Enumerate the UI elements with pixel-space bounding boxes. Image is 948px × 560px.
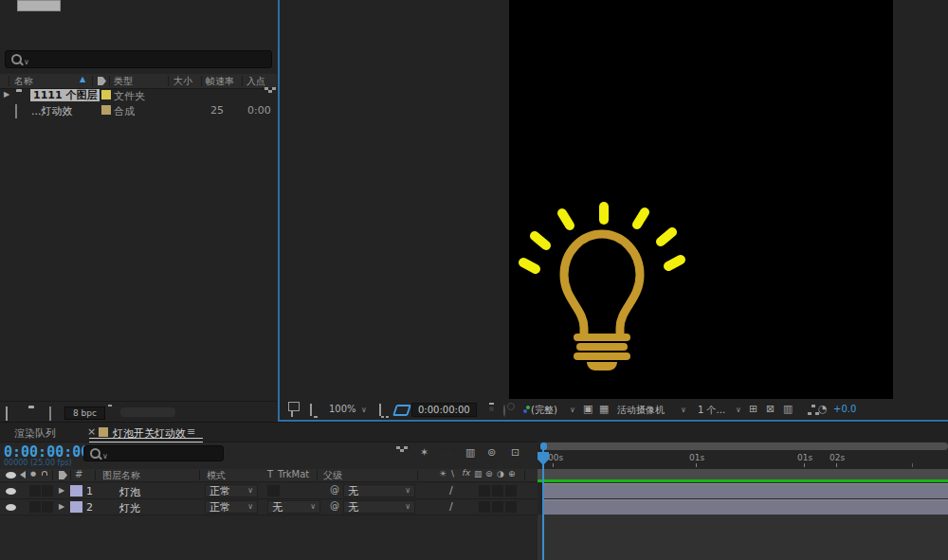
audio-column-icon	[20, 471, 26, 479]
collapse-switch-icon: ☀	[439, 470, 447, 479]
parent-dropdown[interactable]: 无 ∨	[343, 484, 415, 497]
region-of-interest-icon[interactable]	[379, 404, 381, 416]
always-preview-icon[interactable]	[291, 405, 293, 417]
column-parent[interactable]: 父级	[323, 469, 342, 482]
magnification-chevron-icon[interactable]: ∨	[361, 406, 367, 414]
viewer-timecode[interactable]: 0:00:00:00	[411, 403, 477, 417]
project-search-input[interactable]: ∨	[5, 50, 272, 68]
quality-toggle-icon[interactable]: /	[449, 485, 453, 496]
motion-blur-icon[interactable]: ⊚	[487, 447, 496, 458]
interpret-footage-icon[interactable]	[6, 406, 8, 421]
camera-select[interactable]: 活动摄像机	[617, 404, 665, 417]
timeline-search-input[interactable]: ∨	[83, 445, 224, 461]
label-column-icon[interactable]	[98, 77, 106, 85]
column-size[interactable]: 大小	[173, 75, 192, 88]
pickwhip-icon[interactable]: @	[330, 485, 339, 495]
layer-name[interactable]: 灯泡	[119, 485, 140, 499]
expand-arrow-icon[interactable]: ▶	[59, 487, 64, 495]
tab-render-queue[interactable]: 渲染队列	[14, 426, 56, 441]
switch-cell[interactable]	[492, 485, 503, 497]
expand-arrow-icon[interactable]: ▶	[59, 503, 64, 511]
layer-label-color[interactable]	[70, 501, 82, 513]
views-select[interactable]: 1 个...	[698, 404, 725, 417]
column-t[interactable]: T	[267, 469, 273, 479]
label-color-yellow[interactable]	[101, 90, 111, 99]
time-ruler[interactable]: :00s 01s 01s 02s	[538, 451, 948, 470]
eye-icon[interactable]	[6, 504, 16, 511]
mode-value: 正常	[210, 500, 230, 515]
mode-dropdown[interactable]: 正常 ∨	[205, 484, 258, 497]
layer-bar-1[interactable]	[543, 483, 948, 498]
layer-label-color[interactable]	[70, 485, 82, 497]
new-composition-icon[interactable]	[49, 406, 51, 421]
ruler-tick	[912, 463, 913, 467]
column-layer-name[interactable]: 图层名称	[102, 469, 140, 482]
pickwhip-icon[interactable]: @	[330, 501, 339, 511]
t-cell[interactable]	[267, 485, 280, 497]
folder-name[interactable]: 1111 个图层	[30, 89, 100, 101]
camera-chevron-icon[interactable]: ∨	[681, 406, 686, 414]
draft-3d-icon[interactable]: ✶	[420, 447, 428, 458]
close-icon[interactable]: ×	[87, 426, 96, 437]
graph-editor-icon[interactable]: ⊡	[511, 447, 520, 458]
motion-blur-switch-icon: ⊚	[485, 470, 493, 479]
exposure-value[interactable]: +0.0	[833, 404, 856, 414]
mask-visibility-icon[interactable]	[392, 405, 411, 416]
timeline-navigator[interactable]	[540, 443, 948, 450]
switch-cell[interactable]	[42, 501, 53, 513]
switch-cell[interactable]	[479, 485, 490, 497]
chevron-down-icon: ∨	[247, 487, 253, 495]
switch-cell[interactable]	[42, 485, 53, 497]
view-layout-icon[interactable]: ⊞	[749, 404, 757, 414]
expand-arrow-icon[interactable]: ▶	[4, 91, 9, 99]
reset-exposure-icon[interactable]: ◔	[818, 404, 828, 414]
switch-cell[interactable]	[505, 485, 517, 497]
switch-cell[interactable]	[479, 501, 490, 513]
column-fps[interactable]: 帧速率	[206, 75, 234, 88]
frame-blend-icon[interactable]: ▥	[465, 447, 475, 458]
pixel-aspect-icon[interactable]: ⊠	[766, 404, 775, 414]
magnification-value[interactable]: 100%	[329, 404, 356, 414]
bpc-button[interactable]: 8 bpc	[64, 406, 105, 420]
layer-name[interactable]: 灯光	[119, 501, 140, 515]
show-snapshot-icon[interactable]	[503, 405, 505, 417]
ruler-label-3: 02s	[830, 453, 845, 462]
switch-cell[interactable]	[505, 501, 517, 513]
composition-view[interactable]	[509, 0, 893, 399]
project-row-comp[interactable]: ...灯动效 合成 25 0:00	[0, 103, 277, 117]
panel-divider[interactable]	[0, 422, 948, 423]
mode-dropdown[interactable]: 正常 ∨	[205, 500, 258, 514]
menu-icon[interactable]: ≡	[187, 426, 195, 437]
resolution-chevron-icon[interactable]: ∨	[570, 406, 575, 414]
layer-row-2[interactable]: ▶ 2 灯光 正常 ∨ 无 ∨ @ 无 ∨ /	[0, 499, 538, 515]
primary-viewer-icon[interactable]	[310, 404, 312, 416]
trkmat-value: 无	[272, 500, 283, 515]
switch-cell[interactable]	[492, 501, 503, 513]
ruler-tick	[836, 463, 837, 467]
trkmat-dropdown[interactable]: 无 ∨	[267, 500, 320, 514]
label-color-tan[interactable]	[101, 105, 111, 115]
chevron-down-icon: ∨	[405, 503, 410, 511]
column-type[interactable]: 类型	[114, 75, 133, 88]
switch-cell[interactable]	[29, 501, 41, 513]
views-chevron-icon[interactable]: ∨	[736, 406, 741, 414]
resolution-select[interactable]: (完整)	[531, 404, 557, 417]
project-row-folder[interactable]: ▶ 1111 个图层 文件夹	[0, 88, 277, 102]
sort-up-icon[interactable]: ▲	[80, 75, 85, 83]
layer-row-1[interactable]: ▶ 1 灯泡 正常 ∨ @ 无 ∨ /	[0, 483, 538, 499]
roi-box-icon[interactable]: ▣	[583, 404, 592, 414]
switch-cell[interactable]	[29, 485, 41, 497]
quality-toggle-icon[interactable]: /	[449, 501, 453, 512]
column-trkmat[interactable]: TrkMat	[278, 469, 309, 479]
column-inpoint[interactable]: 入点	[246, 75, 265, 88]
column-name[interactable]: 名称	[14, 75, 33, 88]
column-mode[interactable]: 模式	[207, 469, 226, 482]
column-number: #	[75, 469, 82, 479]
layer-bar-2[interactable]	[543, 499, 948, 515]
eye-icon[interactable]	[6, 488, 16, 495]
transparency-grid-icon[interactable]: ▦	[599, 404, 609, 414]
fast-previews-icon[interactable]: ▥	[783, 404, 793, 414]
parent-dropdown[interactable]: 无 ∨	[343, 500, 415, 514]
layer-number: 1	[86, 485, 93, 497]
comp-name[interactable]: ...灯动效	[31, 104, 73, 118]
